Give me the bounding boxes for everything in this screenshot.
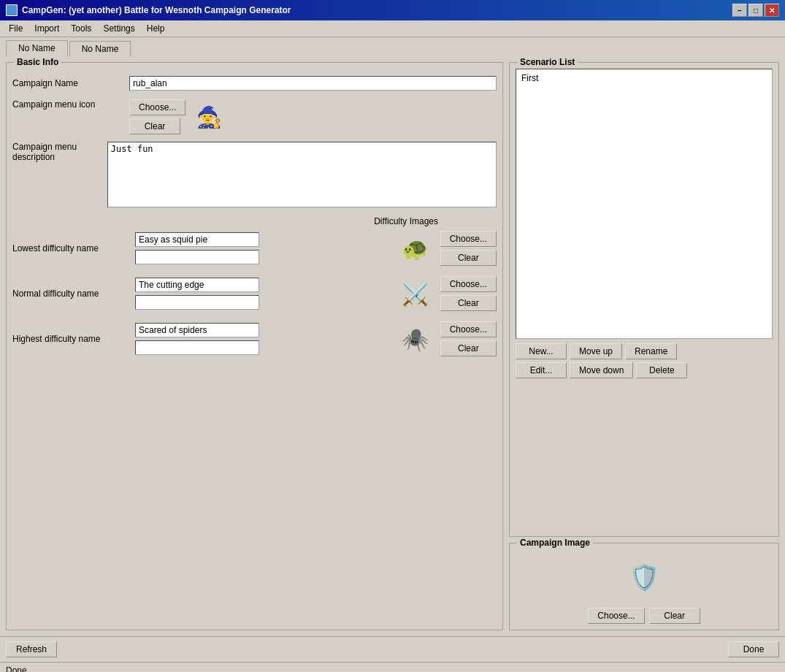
- tab-1[interactable]: No Name: [69, 41, 131, 57]
- bottom-bar: Refresh Done: [0, 636, 785, 662]
- lowest-difficulty-label: Lowest difficulty name: [12, 243, 129, 253]
- status-text: Done: [6, 665, 27, 673]
- scenario-delete-button[interactable]: Delete: [636, 362, 687, 378]
- lowest-choose-button[interactable]: Choose...: [440, 231, 497, 247]
- scenario-list-item[interactable]: First: [519, 72, 769, 84]
- tabs-bar: No Name No Name: [0, 37, 785, 56]
- main-content: Basic Info Campaign Name Campaign menu i…: [0, 56, 785, 636]
- highest-difficulty-label: Highest difficulty name: [12, 334, 129, 344]
- basic-info-title: Basic Info: [14, 57, 61, 67]
- normal-clear-button[interactable]: Clear: [440, 295, 497, 311]
- menu-settings[interactable]: Settings: [97, 22, 140, 35]
- menu-file[interactable]: File: [3, 22, 28, 35]
- icon-clear-button[interactable]: Clear: [129, 118, 180, 134]
- campaign-name-label: Campaign Name: [12, 78, 129, 88]
- menu-import[interactable]: Import: [28, 22, 65, 35]
- campaign-image-area: 🛡️: [516, 549, 773, 605]
- right-panel: Scenario List First New... Move up Renam…: [509, 62, 779, 630]
- menu-bar: File Import Tools Settings Help: [0, 20, 785, 37]
- highest-difficulty-icon: 🕷️: [397, 320, 434, 358]
- scenario-list-box[interactable]: First: [516, 69, 773, 339]
- status-bar: Done: [0, 662, 785, 672]
- highest-difficulty-name-input[interactable]: [135, 323, 259, 337]
- maximize-button[interactable]: □: [748, 4, 763, 17]
- menu-help[interactable]: Help: [141, 22, 171, 35]
- campaign-icon-sprite: 🧙: [191, 99, 226, 134]
- scenario-list-title: Scenario List: [517, 57, 578, 67]
- close-button[interactable]: ✕: [765, 4, 779, 17]
- normal-choose-button[interactable]: Choose...: [440, 276, 497, 292]
- campaign-icon-label: Campaign menu icon: [12, 99, 129, 110]
- campaign-desc-label: Campaign menu description: [12, 142, 107, 162]
- scenario-new-button[interactable]: New...: [516, 343, 567, 359]
- title-bar: CampGen: (yet another) Battle for Wesnot…: [0, 0, 785, 20]
- lowest-difficulty-row: Lowest difficulty name 🐢 Choose... Clear: [12, 229, 497, 267]
- scenario-move-down-button[interactable]: Move down: [570, 362, 633, 378]
- lowest-difficulty-name-input[interactable]: [135, 232, 259, 247]
- scenario-move-up-button[interactable]: Move up: [570, 343, 622, 359]
- campaign-image-choose-button[interactable]: Choose...: [588, 608, 644, 624]
- basic-info-panel: Basic Info Campaign Name Campaign menu i…: [6, 62, 503, 630]
- menu-tools[interactable]: Tools: [65, 22, 97, 35]
- scenario-rename-button[interactable]: Rename: [625, 343, 677, 359]
- window-title: CampGen: (yet another) Battle for Wesnot…: [22, 5, 291, 15]
- app-icon: [6, 4, 18, 16]
- refresh-button[interactable]: Refresh: [6, 641, 57, 657]
- highest-difficulty-id-input[interactable]: [135, 340, 259, 355]
- minimize-button[interactable]: −: [732, 4, 747, 17]
- scenario-edit-button[interactable]: Edit...: [516, 362, 567, 378]
- difficulty-images-label: Difficulty Images: [12, 216, 438, 226]
- campaign-name-row: Campaign Name: [12, 76, 497, 91]
- scenario-list-panel: Scenario List First New... Move up Renam…: [509, 62, 779, 537]
- campaign-icon-row: Campaign menu icon Choose... Clear 🧙: [12, 99, 497, 134]
- highest-clear-button[interactable]: Clear: [440, 340, 497, 356]
- campaign-image-panel: Campaign Image 🛡️ Choose... Clear: [509, 543, 779, 630]
- campaign-name-input[interactable]: [129, 76, 497, 91]
- normal-difficulty-label: Normal difficulty name: [12, 289, 129, 299]
- campaign-image-sprite: 🛡️: [624, 557, 665, 597]
- campaign-image-clear-button[interactable]: Clear: [649, 608, 700, 624]
- lowest-difficulty-id-input[interactable]: [135, 250, 259, 264]
- normal-difficulty-icon: ⚔️: [397, 275, 434, 313]
- tab-0[interactable]: No Name: [6, 40, 68, 56]
- scenario-btn-row-2: Edit... Move down Delete: [516, 362, 773, 378]
- highest-difficulty-row: Highest difficulty name 🕷️ Choose... Cle…: [12, 320, 497, 358]
- icon-choose-button[interactable]: Choose...: [129, 99, 185, 115]
- campaign-image-title: Campaign Image: [517, 538, 593, 548]
- done-button[interactable]: Done: [728, 641, 779, 657]
- lowest-clear-button[interactable]: Clear: [440, 250, 497, 266]
- normal-difficulty-name-input[interactable]: [135, 278, 259, 292]
- highest-choose-button[interactable]: Choose...: [440, 321, 497, 337]
- normal-difficulty-row: Normal difficulty name ⚔️ Choose... Clea…: [12, 275, 497, 313]
- campaign-desc-input[interactable]: Just fun: [107, 142, 497, 207]
- scenario-btn-row-1: New... Move up Rename: [516, 343, 773, 359]
- normal-difficulty-id-input[interactable]: [135, 295, 259, 310]
- lowest-difficulty-icon: 🐢: [397, 229, 434, 267]
- campaign-desc-row: Campaign menu description Just fun: [12, 142, 497, 207]
